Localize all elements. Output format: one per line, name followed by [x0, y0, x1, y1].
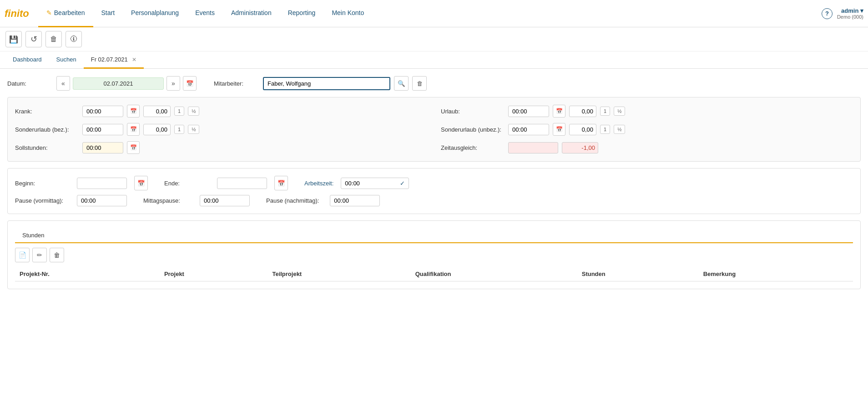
table-toolbar: 📄 ✏ 🗑 [15, 248, 853, 262]
tab-date[interactable]: Fr 02.07.2021 ✕ [84, 51, 144, 69]
tab-dashboard[interactable]: Dashboard [5, 51, 49, 69]
help-icon: ? [825, 10, 829, 17]
krank-time-input[interactable] [82, 106, 123, 117]
mitarbeiter-input[interactable] [263, 77, 390, 90]
col-teilprojekt: Teilprojekt [267, 267, 410, 281]
col-qualifikation: Qualifikation [411, 267, 577, 281]
table-delete-button[interactable]: 🗑 [50, 248, 64, 262]
nav-bearbeiten[interactable]: ✎ Bearbeiten [38, 0, 93, 27]
sonderurlaub-bez-half-button[interactable]: ½ [188, 125, 199, 134]
sonderurlaub-unbez-one-button[interactable]: 1 [600, 125, 610, 134]
mittagspause-label: Mittagspause: [143, 197, 189, 204]
sonderurlaub-unbez-cal-icon: 📅 [556, 126, 563, 133]
table-header-row: Projekt-Nr. Projekt Teilprojekt Qualifik… [15, 267, 853, 281]
mittagspause-input[interactable] [200, 195, 250, 206]
urlaub-calendar-button[interactable]: 📅 [553, 105, 565, 118]
table-edit-button[interactable]: ✏ [32, 248, 47, 262]
krank-calendar-button[interactable]: 📅 [127, 105, 140, 118]
sonderurlaub-bez-time-input[interactable] [82, 124, 123, 135]
logo-text-ito: ito [17, 8, 29, 19]
absence-section: Krank: 📅 1 ½ Urlaub: 📅 1 ½ [7, 97, 861, 162]
date-calendar-button[interactable]: 📅 [183, 76, 197, 91]
urlaub-num-input[interactable] [569, 106, 596, 117]
calendar-icon: 📅 [186, 80, 194, 87]
nav-user-section: ? admin ▾ Demo (000) [822, 7, 863, 20]
stunden-table: Projekt-Nr. Projekt Teilprojekt Qualifik… [15, 267, 853, 281]
urlaub-time-input[interactable] [508, 106, 549, 117]
arbeitszeit-input[interactable] [345, 180, 381, 187]
tab-bar: Dashboard Suchen Fr 02.07.2021 ✕ [0, 51, 868, 69]
mitarbeiter-delete-icon: 🗑 [417, 80, 423, 87]
table-new-icon: 📄 [19, 251, 26, 259]
nav-menu: ✎ Bearbeiten Start Personalplanung Event… [38, 0, 822, 27]
tab-suchen-label: Suchen [56, 56, 76, 63]
mitarbeiter-search-button[interactable]: 🔍 [394, 76, 409, 91]
pause-nm-input[interactable] [330, 195, 380, 206]
ende-label: Ende: [164, 180, 210, 187]
sonderurlaub-bez-one-button[interactable]: 1 [174, 125, 184, 134]
user-name: admin ▾ [837, 7, 863, 14]
krank-num-input[interactable] [143, 106, 171, 117]
urlaub-cal-icon: 📅 [556, 108, 563, 114]
date-prev-button[interactable]: « [56, 76, 70, 91]
krank-half-button[interactable]: ½ [188, 107, 199, 116]
beginn-input[interactable] [77, 178, 127, 189]
main-toolbar: 💾 ↺ 🗑 🛈 [0, 27, 868, 51]
stunden-tab-bar: Stunden [15, 228, 853, 243]
save-button[interactable]: 💾 [5, 31, 22, 47]
zeitausgleich-time-input[interactable] [508, 142, 558, 153]
nav-reporting[interactable]: Reporting [280, 0, 324, 27]
tab-close-icon[interactable]: ✕ [132, 56, 136, 63]
ende-input[interactable] [217, 178, 267, 189]
nav-help-button[interactable]: ? [822, 8, 833, 19]
date-prev-icon: « [61, 80, 65, 87]
sonderurlaub-unbez-half-button[interactable]: ½ [614, 125, 625, 134]
table-new-button[interactable]: 📄 [15, 248, 30, 262]
sollstunden-time-input[interactable] [82, 142, 123, 153]
nav-mein-konto[interactable]: Mein Konto [323, 0, 372, 27]
krank-one-button[interactable]: 1 [174, 107, 184, 116]
zeitausgleich-num-input[interactable] [562, 142, 598, 153]
tab-date-label: Fr 02.07.2021 [91, 56, 128, 63]
datum-section: « 02.07.2021 » 📅 [56, 76, 197, 91]
nav-events[interactable]: Events [187, 0, 223, 27]
stunden-section: Stunden 📄 ✏ 🗑 Projekt-Nr. Projekt Teilpr… [7, 220, 861, 289]
check-icon: ✓ [400, 180, 405, 187]
mitarbeiter-label: Mitarbeiter: [214, 80, 259, 87]
user-info[interactable]: admin ▾ Demo (000) [837, 7, 863, 20]
pause-vm-input[interactable] [77, 195, 127, 206]
date-next-button[interactable]: » [167, 76, 180, 91]
beginn-cal-icon: 📅 [137, 180, 145, 187]
datum-mitarbeiter-row: Datum: « 02.07.2021 » 📅 Mitarbeiter: 🔍 🗑 [7, 76, 861, 91]
sonderurlaub-bez-num-input[interactable] [143, 124, 171, 135]
sonderurlaub-unbez-num-input[interactable] [569, 124, 596, 135]
mitarbeiter-delete-button[interactable]: 🗑 [412, 76, 427, 91]
col-stunden: Stunden [577, 267, 699, 281]
sonderurlaub-bez-cal-icon: 📅 [130, 126, 137, 133]
sonderurlaub-bez-calendar-button[interactable]: 📅 [127, 123, 140, 136]
mitarbeiter-section: Mitarbeiter: 🔍 🗑 [214, 76, 427, 91]
sonderurlaub-unbez-time-input[interactable] [508, 124, 549, 135]
beginn-calendar-button[interactable]: 📅 [134, 176, 148, 190]
arbeitszeit-box: ✓ [341, 178, 409, 189]
nav-reporting-label: Reporting [288, 9, 316, 16]
refresh-button[interactable]: ↺ [25, 31, 42, 47]
urlaub-half-button[interactable]: ½ [614, 107, 625, 116]
ende-calendar-button[interactable]: 📅 [274, 176, 288, 190]
sollstunden-cal-icon: 📅 [130, 144, 137, 151]
stunden-tab[interactable]: Stunden [15, 228, 51, 243]
sonderurlaub-unbez-calendar-button[interactable]: 📅 [553, 123, 565, 136]
nav-mein-konto-label: Mein Konto [332, 9, 364, 16]
delete-toolbar-button[interactable]: 🗑 [45, 31, 62, 47]
sollstunden-calendar-button[interactable]: 📅 [127, 141, 140, 154]
nav-start[interactable]: Start [93, 0, 123, 27]
col-bemerkung: Bemerkung [699, 267, 853, 281]
info-button[interactable]: 🛈 [66, 31, 82, 47]
nav-personalplanung[interactable]: Personalplanung [123, 0, 187, 27]
ende-cal-icon: 📅 [278, 180, 285, 187]
app-logo: finito [5, 8, 29, 20]
edit-icon: ✎ [46, 9, 52, 16]
tab-suchen[interactable]: Suchen [49, 51, 84, 69]
nav-administration[interactable]: Administration [223, 0, 280, 27]
urlaub-one-button[interactable]: 1 [600, 107, 610, 116]
